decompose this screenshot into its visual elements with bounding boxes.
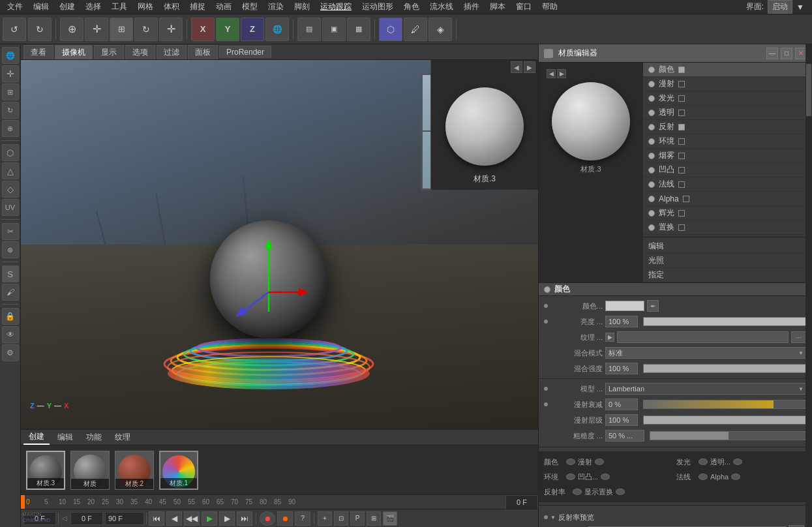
sidebar-brush-icon[interactable]: 🖌 (2, 284, 19, 301)
mat-thumb-3[interactable]: 材质.3 (26, 451, 65, 490)
channel-disp-check[interactable] (678, 224, 685, 231)
menu-character[interactable]: 角色 (399, 0, 424, 14)
preview-right-btn[interactable]: ▶ (524, 61, 535, 73)
prev-frame-btn[interactable]: ◀ (166, 511, 182, 526)
jump-start-btn[interactable]: ⏮ (149, 511, 164, 526)
mat-tab-texture[interactable]: 纹理 (110, 430, 136, 444)
channel-fog[interactable]: 烟雾 (643, 149, 812, 163)
texture-more-btn[interactable]: ··· (791, 331, 807, 343)
menu-select[interactable]: 选择 (81, 0, 106, 14)
world-btn[interactable]: 🌐 (265, 18, 289, 41)
menu-window[interactable]: 窗口 (511, 0, 536, 14)
key-opt-btn[interactable]: ⊞ (367, 511, 381, 526)
render-view-btn[interactable]: ▣ (322, 18, 346, 41)
sidebar-cursor-icon[interactable]: ⊕ (2, 120, 19, 137)
reflection-header[interactable]: ▼ 反射率预览 (544, 511, 807, 524)
mat-preview-nav-right[interactable]: ▶ (557, 69, 566, 78)
rotate-tool[interactable]: ↻ (134, 18, 158, 41)
tab-prorender[interactable]: ProRender (219, 46, 271, 58)
channel-luminance[interactable]: 发光 (643, 91, 812, 106)
redo-button[interactable]: ↻ (28, 18, 52, 41)
menu-snap[interactable]: 捕捉 (185, 0, 210, 14)
cube-btn[interactable]: ⬡ (379, 18, 402, 41)
sidebar-knife-icon[interactable]: ✂ (2, 223, 19, 240)
tab-display[interactable]: 显示 (94, 45, 124, 59)
channel-env-check[interactable] (678, 138, 685, 145)
channel-normal[interactable]: 法线 (643, 177, 812, 192)
color-swatch[interactable] (605, 301, 644, 311)
channel-color[interactable]: 颜色 (643, 63, 812, 77)
autokey-btn[interactable]: ⏺ (277, 511, 293, 526)
interface-mode[interactable]: 启动 (768, 0, 792, 14)
menu-mesh[interactable]: 网格 (133, 0, 158, 14)
start-frame-input[interactable]: 0 F (70, 512, 103, 525)
tab-camera[interactable]: 摄像机 (55, 45, 93, 59)
channel-bump[interactable]: 凹凸 (643, 163, 812, 177)
diff-falloff-slider[interactable] (643, 400, 807, 409)
channel-color-check[interactable] (678, 67, 685, 73)
menu-plugins[interactable]: 插件 (459, 0, 484, 14)
win-minimize-btn[interactable]: — (766, 48, 778, 59)
menu-model[interactable]: 模型 (237, 0, 262, 14)
channel-assign[interactable]: 指定 (643, 268, 812, 282)
mat-thumb-2[interactable]: 材质.2 (115, 451, 154, 490)
sidebar-rotate-icon[interactable]: ↻ (2, 102, 19, 119)
channel-glow[interactable]: 辉光 (643, 206, 812, 220)
channel-refl-check[interactable] (678, 124, 685, 130)
record-btn[interactable]: ⏺ (260, 511, 275, 526)
blend-strength-value[interactable]: 100 % (605, 363, 638, 374)
key-film-btn[interactable]: 🎬 (383, 511, 397, 526)
texture-arrow-btn[interactable]: ▶ (605, 333, 614, 342)
menu-animate[interactable]: 动画 (211, 0, 236, 14)
mat-preview-nav-left[interactable]: ◀ (547, 69, 556, 78)
channel-bump-check[interactable] (678, 167, 685, 173)
model-select[interactable]: Lambertian ▼ (605, 383, 807, 395)
sidebar-settings-icon[interactable]: ⚙ (2, 344, 19, 361)
tab-options[interactable]: 选项 (125, 45, 155, 59)
menu-sculpt[interactable]: 脚刻 (290, 0, 314, 14)
sidebar-s-icon[interactable]: S (2, 265, 19, 282)
tab-view[interactable]: 查看 (23, 45, 53, 59)
blend-strength-slider[interactable] (643, 364, 807, 373)
question-btn[interactable]: ? (295, 511, 310, 526)
sc-refl-eye[interactable] (573, 489, 582, 495)
paint-btn[interactable]: 🖊 (404, 18, 427, 41)
select-tool[interactable]: ⊕ (60, 18, 83, 41)
next-frame-btn[interactable]: ▶ (219, 511, 235, 526)
menu-create[interactable]: 创建 (55, 0, 80, 14)
key-sel-btn[interactable]: P (350, 511, 365, 526)
menu-motiontrack[interactable]: 运动跟踪 (316, 0, 356, 14)
mat-tab-function[interactable]: 功能 (81, 430, 107, 444)
axis-x-btn[interactable]: X (191, 18, 215, 41)
brightness-value[interactable]: 100 % (605, 316, 638, 327)
roughness-value[interactable]: 50 % ... (605, 430, 644, 442)
mat-tab-edit[interactable]: 编辑 (52, 430, 78, 444)
menu-edit[interactable]: 编辑 (29, 0, 53, 14)
transform-tool[interactable]: ✛ (159, 18, 183, 41)
preview-left-btn[interactable]: ◀ (511, 61, 522, 73)
sc-bump-eye[interactable] (601, 474, 610, 480)
sc-env-eye[interactable] (566, 474, 575, 480)
right-scrollbar[interactable] (805, 44, 812, 527)
viewport-3d[interactable]: 透视视图 (21, 60, 538, 429)
menu-script[interactable]: 脚本 (485, 0, 510, 14)
texture-value[interactable] (617, 331, 789, 343)
sidebar-edge-icon[interactable]: △ (2, 162, 19, 179)
timeline-ruler[interactable]: 0 5 10 15 20 25 30 35 40 45 50 55 60 65 … (21, 495, 538, 509)
sidebar-eye-icon[interactable]: 👁 (2, 326, 19, 343)
scale-tool[interactable]: ⊞ (110, 18, 133, 41)
frame-counter[interactable]: 0 F (505, 495, 538, 509)
channel-illumination[interactable]: 光照 (643, 254, 812, 268)
channel-edit[interactable]: 编辑 (643, 239, 812, 254)
sc-color-eye[interactable] (566, 459, 575, 465)
menu-volume[interactable]: 体积 (159, 0, 184, 14)
diff-level-value[interactable]: 100 % (605, 414, 638, 426)
menu-pipeline[interactable]: 流水线 (425, 0, 458, 14)
mat-thumb-default[interactable]: 材质 (70, 451, 110, 490)
menu-tools[interactable]: 工具 (107, 0, 132, 14)
mat-thumb-1[interactable]: 材质.1 (159, 451, 198, 490)
axis-z-btn[interactable]: Z (241, 18, 264, 41)
channel-glow-check[interactable] (678, 210, 685, 217)
menu-help[interactable]: 帮助 (537, 0, 562, 14)
move2-btn[interactable]: ◈ (429, 18, 452, 41)
